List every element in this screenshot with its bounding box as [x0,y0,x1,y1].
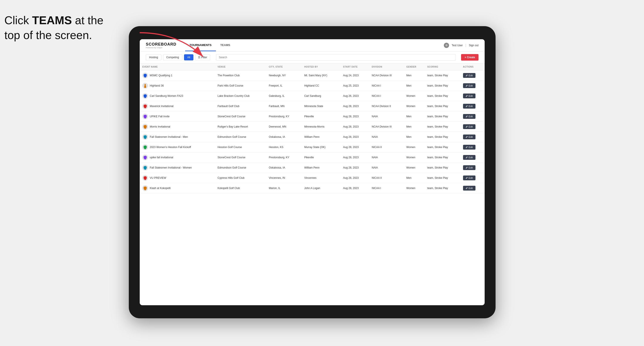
cell-scoring-4: team, Stroke Play [424,111,460,122]
tablet-frame: SCOREBOARD Powered by Clippit TOURNAMENT… [129,26,496,318]
cell-venue-10: Cypress Hills Golf Club [215,173,266,183]
cell-city-6: Oskaloosa, IA [266,132,302,142]
cell-actions-7: Edit [460,142,485,152]
cell-date-0: Aug 24, 2023 [340,70,369,81]
cell-hosted-10: Vincennes [302,173,340,183]
cell-hosted-0: Mt. Saint Mary (NY) [302,70,340,81]
event-name-11: Klash at Kokopelli [150,187,170,190]
cell-division-8: NAIA [369,152,404,163]
cell-venue-4: StoneCrest Golf Course [215,111,266,122]
cell-hosted-9: William Penn [302,163,340,173]
cell-scoring-11: team, Stroke Play [424,183,460,193]
event-name-2: Carl Sandburg Women FA23 [150,94,183,97]
edit-icon-4 [466,115,468,118]
cell-hosted-6: William Penn [302,132,340,142]
table-header-row: EVENT NAME VENUE CITY, STATE HOSTED BY S… [140,63,485,70]
edit-button-0[interactable]: Edit [463,73,476,78]
svg-point-1 [144,84,146,85]
nav-tournaments[interactable]: TOURNAMENTS [185,39,216,51]
table-row: VU PREVIEW Cypress Hills Golf Club Vince… [140,173,485,183]
cell-city-4: Prestonsburg, KY [266,111,302,122]
table-row: Maverick Invitational Faribault Golf Clu… [140,101,485,111]
search-area [216,54,456,61]
filter-icon: ☰ [198,56,200,59]
cell-hosted-3: Minnesota State [302,101,340,111]
edit-icon-9 [466,167,468,169]
table-row: MSMC Qualifying 1 The Powelton Club Newb… [140,70,485,81]
cell-city-10: Vincennes, IN [266,173,302,183]
table-row: Carl Sandburg Women FA23 Lake Bracken Co… [140,91,485,101]
nav-right: ⚙ Test User | Sign out [444,43,478,48]
team-icon-10 [142,175,148,181]
edit-button-3[interactable]: Edit [463,104,476,109]
edit-button-5[interactable]: Edit [463,124,476,129]
cell-event-name-6: Fall Statesmen Invitational - Men [140,132,215,142]
cell-city-9: Oskaloosa, IA [266,163,302,173]
cell-division-6: NAIA [369,132,404,142]
edit-button-8[interactable]: Edit [463,155,476,160]
filter-button[interactable]: ☰ Filter [195,54,210,60]
edit-icon-5 [466,126,468,128]
cell-event-name-11: Klash at Kokopelli [140,183,215,193]
tournaments-table: EVENT NAME VENUE CITY, STATE HOSTED BY S… [140,63,485,193]
edit-button-10[interactable]: Edit [463,175,476,180]
cell-gender-3: Women [404,101,424,111]
cell-division-3: NCAA Division II [369,101,404,111]
cell-scoring-2: team, Stroke Play [424,91,460,101]
cell-date-1: Aug 25, 2023 [340,81,369,91]
cell-hosted-4: Pikeville [302,111,340,122]
sign-out-link[interactable]: Sign out [469,44,478,47]
edit-button-4[interactable]: Edit [463,114,476,119]
hosting-filter-btn[interactable]: Hosting [146,54,161,60]
event-name-9: Fall Statesmen Invitational - Women [150,166,192,169]
edit-button-6[interactable]: Edit [463,135,476,139]
edit-button-9[interactable]: Edit [463,165,476,170]
team-icon-1 [142,83,148,89]
edit-button-7[interactable]: Edit [463,145,476,150]
cell-scoring-3: team, Stroke Play [424,101,460,111]
cell-division-2: NICAA I [369,91,404,101]
logo-title: SCOREBOARD [146,42,176,47]
cell-actions-4: Edit [460,111,485,122]
col-event-name: EVENT NAME [140,63,215,70]
cell-event-name-9: Fall Statesmen Invitational - Women [140,163,215,173]
nav-teams[interactable]: TEAMS [216,39,235,51]
competing-filter-btn[interactable]: Competing [163,54,182,60]
cell-hosted-1: Highland CC [302,81,340,91]
edit-icon-2 [466,95,468,97]
col-scoring: SCORING [424,63,460,70]
cell-date-4: Aug 28, 2023 [340,111,369,122]
cell-actions-11: Edit [460,183,485,193]
col-city-state: CITY, STATE [266,63,302,70]
cell-date-2: Aug 26, 2023 [340,91,369,101]
settings-icon[interactable]: ⚙ [444,43,449,48]
cell-scoring-0: team, Stroke Play [424,70,460,81]
edit-button-11[interactable]: Edit [463,186,476,190]
cell-scoring-7: team, Stroke Play [424,142,460,152]
col-venue: VENUE [215,63,266,70]
cell-date-5: Aug 28, 2023 [340,122,369,132]
cell-gender-6: Men [404,132,424,142]
instruction-text: Click TEAMS at thetop of the screen. [4,13,104,42]
cell-date-6: Aug 28, 2023 [340,132,369,142]
create-button[interactable]: + Create [461,54,478,61]
edit-button-2[interactable]: Edit [463,94,476,98]
edit-icon-10 [466,177,468,179]
all-filter-btn[interactable]: All [184,54,194,60]
event-name-6: Fall Statesmen Invitational - Men [150,135,188,139]
cell-event-name-0: MSMC Qualifying 1 [140,70,215,81]
cell-city-11: Marion, IL [266,183,302,193]
cell-division-5: NCAA Division III [369,122,404,132]
col-division: DIVISION [369,63,404,70]
cell-venue-1: Park Hills Golf Course [215,81,266,91]
edit-icon-3 [466,105,468,107]
search-input[interactable] [216,54,456,61]
cell-division-10: NICAA II [369,173,404,183]
team-icon-11 [142,185,148,191]
team-icon-3 [142,103,148,109]
edit-button-1[interactable]: Edit [463,83,476,88]
cell-gender-0: Men [404,70,424,81]
cell-date-7: Aug 28, 2023 [340,142,369,152]
tablet-screen: SCOREBOARD Powered by Clippit TOURNAMENT… [140,39,485,305]
table-row: Fall Statesmen Invitational - Men Edmund… [140,132,485,142]
